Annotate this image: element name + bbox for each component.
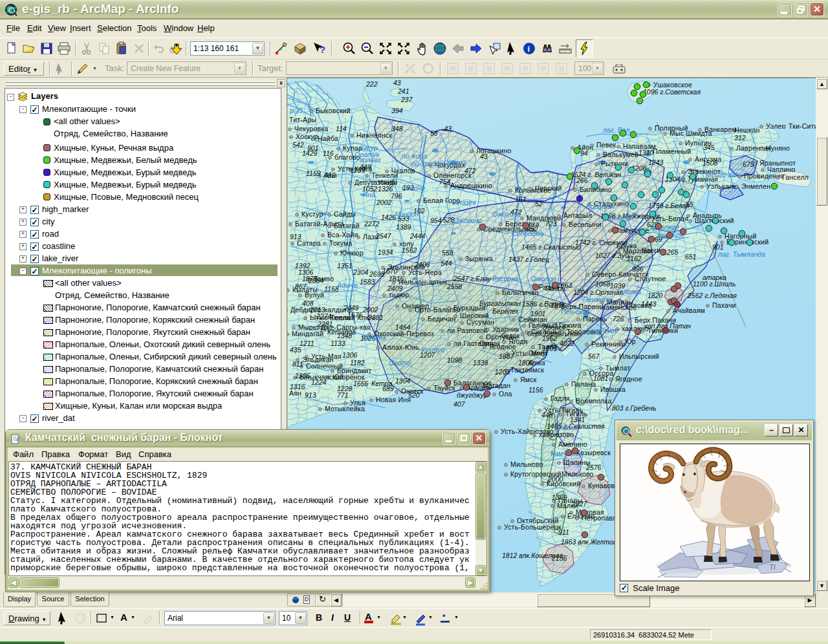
svg-text:2409: 2409 — [387, 284, 403, 292]
svg-text:811: 811 — [292, 360, 303, 368]
svg-text:джугджур: джугджур — [457, 391, 488, 399]
svg-text:1426: 1426 — [381, 213, 397, 221]
svg-text:Омолон: Омолон — [531, 275, 556, 283]
svg-text:1224: 1224 — [311, 378, 327, 386]
svg-text:2547: 2547 — [375, 232, 392, 240]
svg-text:по жора: по жора — [402, 152, 427, 160]
svg-text:Кустур: Кустур — [301, 210, 323, 218]
svg-text:Нижнеянск: Нижнеянск — [356, 131, 392, 139]
svg-text:Парень: Парень — [583, 315, 607, 323]
svg-text:Ильпырский: Ильпырский — [619, 352, 659, 360]
svg-text:Ванкарем: Ванкарем — [704, 125, 737, 133]
svg-text:1096 г.Советская: 1096 г.Советская — [643, 88, 701, 96]
svg-text:312: 312 — [734, 134, 746, 142]
svg-text:Тауйск: Тауйск — [433, 384, 455, 392]
svg-text:1934: 1934 — [378, 248, 393, 256]
svg-text:Охота: Охота — [389, 359, 411, 367]
svg-text:1962: 1962 — [542, 334, 558, 342]
svg-text:116: 116 — [323, 149, 334, 157]
svg-text:1156: 1156 — [528, 386, 543, 394]
svg-text:Рассоха: Рассоха — [492, 275, 518, 283]
svg-text:Балыгычан: Балыгычан — [502, 288, 539, 296]
svg-text:Чкалов: Чкалов — [391, 167, 415, 175]
svg-text:Атка: Атка — [527, 359, 545, 367]
svg-text:2281: 2281 — [317, 320, 332, 328]
svg-text:2002: 2002 — [362, 306, 378, 314]
svg-text:1306: 1306 — [342, 351, 358, 359]
svg-text:2558: 2558 — [446, 283, 463, 290]
svg-text:1310: 1310 — [638, 149, 654, 156]
svg-text:Батагай: Батагай — [334, 222, 360, 230]
svg-text:Сайды: Сайды — [334, 210, 356, 218]
svg-text:Ваеги: Ваеги — [642, 246, 660, 254]
svg-text:Найба: Найба — [318, 134, 338, 142]
svg-text:462: 462 — [324, 171, 336, 179]
svg-text:Валькумей: Валькумей — [603, 151, 638, 158]
svg-text:Усть-Большерецк: Усть-Большерецк — [504, 523, 561, 531]
svg-text:1100 г.Шпиль: 1100 г.Шпиль — [693, 280, 735, 288]
svg-text:1454: 1454 — [395, 323, 411, 331]
svg-text:Тит-Ары: Тит-Ары — [289, 116, 316, 123]
svg-text:Новая Иня: Новая Иня — [376, 396, 411, 403]
svg-text:1306: 1306 — [295, 372, 310, 380]
svg-text:1429: 1429 — [302, 149, 318, 157]
svg-text:Эвенск: Эвенск — [542, 323, 565, 331]
svg-text:Берелех: Берелех — [492, 307, 519, 315]
svg-text:542: 542 — [292, 141, 304, 149]
svg-text:43: 43 — [393, 79, 401, 87]
svg-text:2576: 2576 — [585, 464, 602, 471]
svg-text:1676: 1676 — [347, 311, 363, 319]
svg-text:Яна: Яна — [362, 191, 375, 199]
svg-text:2156: 2156 — [551, 554, 567, 562]
svg-text:558: 558 — [442, 249, 453, 257]
svg-text:Юр: Юр — [625, 338, 636, 345]
svg-text:913: 913 — [290, 233, 301, 241]
svg-text:1801: 1801 — [542, 345, 557, 352]
svg-text:675: 675 — [743, 160, 754, 168]
svg-text:Сусуман: Сусуман — [466, 318, 494, 326]
svg-text:2562 г.Ледяная: 2562 г.Ледяная — [687, 292, 737, 299]
svg-text:TI: TI — [769, 563, 776, 571]
svg-text:1133: 1133 — [331, 339, 345, 347]
svg-text:ой-хребет: ой-хребет — [411, 160, 446, 167]
svg-text:1820: 1820 — [648, 292, 663, 299]
svg-text:Магадан: Магадан — [483, 381, 510, 389]
svg-text:1081: 1081 — [593, 374, 608, 382]
svg-text:Нешкан: Нешкан — [734, 126, 760, 134]
svg-text:52: 52 — [535, 200, 543, 208]
svg-text:448: 448 — [541, 411, 553, 419]
svg-text:хайрюзово: хайрюзово — [539, 431, 574, 438]
svg-text:Ягодн: Ягодн — [508, 338, 528, 345]
svg-text:Таловка: Таловка — [615, 288, 641, 295]
svg-text:Тахтоямск: Тахтоямск — [510, 366, 544, 374]
svg-text:2381: 2381 — [367, 314, 383, 321]
svg-text:1887: 1887 — [499, 352, 515, 360]
svg-text:Палана: Палана — [571, 380, 596, 388]
svg-text:-43: -43 — [442, 125, 452, 133]
svg-text:407: 407 — [453, 400, 466, 408]
svg-text:Токума: Токума — [329, 239, 353, 247]
svg-text:Вулуй: Вулуй — [305, 291, 324, 299]
svg-text:Рыткучи: Рыткучи — [601, 160, 628, 167]
svg-text:Мильново: Мильново — [510, 460, 543, 468]
svg-text:Ивашка: Ивашка — [600, 385, 626, 393]
svg-text:1243: 1243 — [648, 158, 664, 166]
svg-text:Кухтуй: Кухтуй — [421, 346, 444, 354]
svg-text:Юнкюр: Юнкюр — [340, 249, 364, 257]
svg-text:Большая: Большая — [586, 202, 615, 210]
svg-text:689: 689 — [382, 385, 394, 392]
svg-text:43: 43 — [480, 153, 488, 160]
svg-text:1159: 1159 — [306, 169, 321, 177]
svg-text:Певек: Певек — [596, 141, 616, 149]
svg-text:1351: 1351 — [337, 262, 352, 270]
svg-text:58: 58 — [430, 129, 438, 137]
svg-text:Юдома: Юдома — [363, 333, 386, 341]
svg-text:1098: 1098 — [447, 356, 463, 364]
svg-text:1816: 1816 — [389, 275, 404, 283]
svg-text:394: 394 — [391, 107, 403, 114]
svg-text:803 г.Гребень: 803 г.Гребень — [612, 404, 657, 412]
svg-text:237: 237 — [400, 96, 413, 103]
svg-text:Нелькан-артык: Нелькан-артык — [398, 278, 448, 286]
svg-text:726: 726 — [613, 315, 624, 323]
svg-text:Адыча: Адыча — [336, 281, 358, 289]
